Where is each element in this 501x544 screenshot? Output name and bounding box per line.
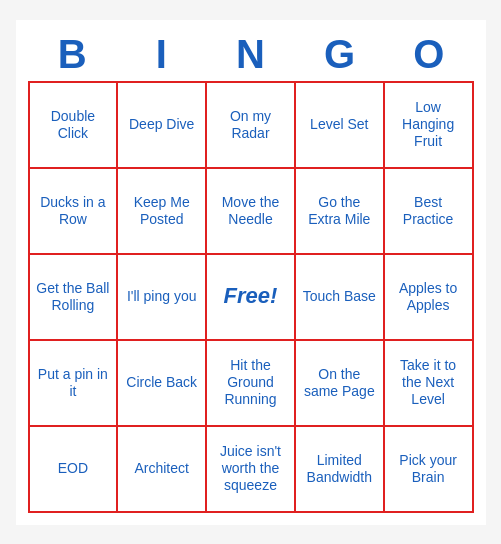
bingo-cell-1[interactable]: Deep Dive — [118, 83, 207, 169]
bingo-cell-15[interactable]: Put a pin in it — [30, 341, 119, 427]
bingo-cell-0[interactable]: Double Click — [30, 83, 119, 169]
bingo-cell-5[interactable]: Ducks in a Row — [30, 169, 119, 255]
bingo-cell-12[interactable]: Free! — [207, 255, 296, 341]
bingo-cell-17[interactable]: Hit the Ground Running — [207, 341, 296, 427]
bingo-cell-22[interactable]: Juice isn't worth the squeeze — [207, 427, 296, 513]
header-letter-b: B — [29, 32, 115, 77]
bingo-cell-20[interactable]: EOD — [30, 427, 119, 513]
bingo-cell-4[interactable]: Low Hanging Fruit — [385, 83, 474, 169]
bingo-cell-21[interactable]: Architect — [118, 427, 207, 513]
bingo-cell-9[interactable]: Best Practice — [385, 169, 474, 255]
bingo-cell-18[interactable]: On the same Page — [296, 341, 385, 427]
bingo-cell-8[interactable]: Go the Extra Mile — [296, 169, 385, 255]
bingo-header: BINGO — [28, 32, 474, 77]
header-letter-n: N — [207, 32, 293, 77]
bingo-card: BINGO Double ClickDeep DiveOn my RadarLe… — [16, 20, 486, 525]
bingo-grid: Double ClickDeep DiveOn my RadarLevel Se… — [28, 81, 474, 513]
bingo-cell-10[interactable]: Get the Ball Rolling — [30, 255, 119, 341]
bingo-cell-2[interactable]: On my Radar — [207, 83, 296, 169]
bingo-cell-24[interactable]: Pick your Brain — [385, 427, 474, 513]
header-letter-g: G — [297, 32, 383, 77]
bingo-cell-7[interactable]: Move the Needle — [207, 169, 296, 255]
bingo-cell-6[interactable]: Keep Me Posted — [118, 169, 207, 255]
bingo-cell-19[interactable]: Take it to the Next Level — [385, 341, 474, 427]
header-letter-o: O — [386, 32, 472, 77]
bingo-cell-13[interactable]: Touch Base — [296, 255, 385, 341]
bingo-cell-23[interactable]: Limited Bandwidth — [296, 427, 385, 513]
bingo-cell-14[interactable]: Apples to Apples — [385, 255, 474, 341]
header-letter-i: I — [118, 32, 204, 77]
bingo-cell-11[interactable]: I'll ping you — [118, 255, 207, 341]
bingo-cell-3[interactable]: Level Set — [296, 83, 385, 169]
bingo-cell-16[interactable]: Circle Back — [118, 341, 207, 427]
